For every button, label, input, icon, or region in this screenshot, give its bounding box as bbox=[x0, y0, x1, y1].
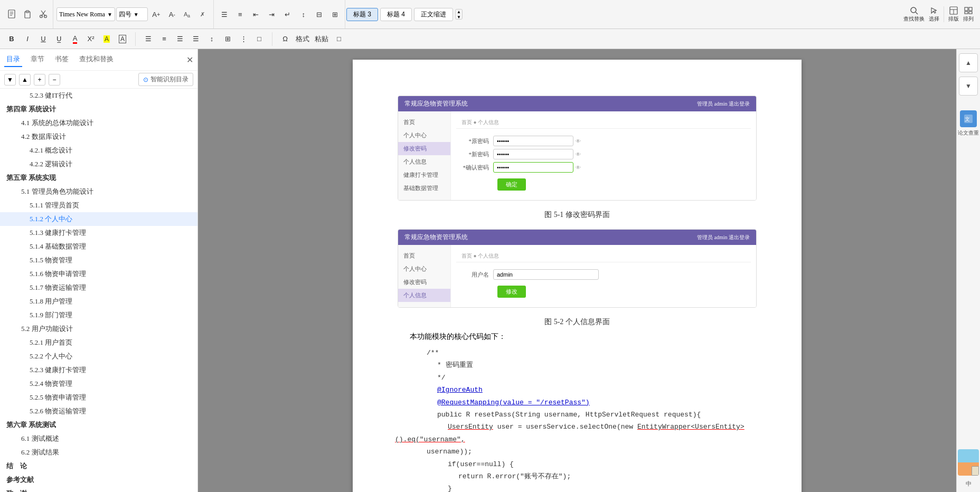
confirm-pass-eye[interactable]: 👁 bbox=[576, 165, 581, 171]
toc-item-28[interactable]: 参考文献 bbox=[0, 473, 197, 487]
toc-collapse-btn[interactable]: ▼ bbox=[4, 74, 16, 86]
toc-item-9[interactable]: 5.1.2 个人中心 bbox=[0, 212, 197, 226]
toc-item-10[interactable]: 5.1.3 健康打卡管理 bbox=[0, 226, 197, 240]
toc-item-6[interactable]: 第五章 系统实现 bbox=[0, 171, 197, 185]
spacing-btn[interactable]: ⊞ bbox=[220, 32, 235, 46]
font-change-btn[interactable]: Aa bbox=[181, 7, 195, 22]
superscript-btn[interactable]: X² bbox=[83, 32, 98, 46]
format-paint-btn[interactable]: 格式 bbox=[294, 32, 312, 46]
sys-sidebar-changepass[interactable]: 修改密码 bbox=[398, 142, 450, 155]
font-color-btn[interactable]: A bbox=[68, 32, 82, 46]
toc-remove-btn[interactable]: − bbox=[49, 74, 60, 86]
toc-item-27[interactable]: 结 论 bbox=[0, 459, 197, 473]
old-pass-input[interactable] bbox=[493, 136, 573, 146]
toc-up-btn[interactable]: ▲ bbox=[19, 74, 31, 86]
unordered-list-btn[interactable]: ☰ bbox=[217, 7, 232, 22]
lang-indicator[interactable]: 中 bbox=[966, 480, 972, 488]
toc-item-15[interactable]: 5.1.8 用户管理 bbox=[0, 295, 197, 308]
insert-special-btn[interactable]: Ω bbox=[278, 32, 293, 46]
toc-item-4[interactable]: 4.2.1 概念设计 bbox=[0, 144, 197, 157]
toc-item-22[interactable]: 5.2.5 物资申请管理 bbox=[0, 391, 197, 404]
align-center-btn[interactable]: ≡ bbox=[157, 32, 172, 46]
find-replace-btn[interactable]: 查找替换 bbox=[903, 6, 925, 23]
font-size-selector[interactable]: 四号 ▼ bbox=[116, 7, 148, 21]
submit-btn-1[interactable]: 确定 bbox=[497, 178, 526, 191]
highlight-btn[interactable]: A bbox=[99, 32, 114, 46]
tab-find[interactable]: 查找和替换 bbox=[77, 52, 116, 67]
sys2-sidebar-personal[interactable]: 个人中心 bbox=[398, 262, 450, 276]
italic-btn[interactable]: I bbox=[20, 32, 35, 46]
plagiarism-icon[interactable]: 文 bbox=[960, 110, 977, 127]
new-pass-input[interactable] bbox=[493, 149, 573, 159]
indent2-btn[interactable]: ↵ bbox=[280, 7, 295, 22]
align-justify-btn[interactable]: ☰ bbox=[189, 32, 203, 46]
style-scroll-down[interactable]: ▼ bbox=[456, 15, 462, 19]
toc-item-24[interactable]: 第六章 系统测试 bbox=[0, 418, 197, 432]
outdent-btn[interactable]: ⇤ bbox=[249, 7, 263, 22]
toc-item-20[interactable]: 5.2.3 健康打卡管理 bbox=[0, 363, 197, 377]
sys-sidebar-base[interactable]: 基础数据管理 bbox=[398, 182, 450, 195]
toc-item-19[interactable]: 5.2.2 个人中心 bbox=[0, 349, 197, 363]
font-increase-btn[interactable]: A+ bbox=[149, 7, 164, 22]
format2-btn[interactable]: □ bbox=[332, 32, 346, 46]
column-btn[interactable]: ⊟ bbox=[312, 7, 327, 22]
confirm-pass-input[interactable] bbox=[493, 162, 573, 173]
toc-item-0[interactable]: 5.2.3 健IT行代 bbox=[0, 89, 197, 102]
layout-btn[interactable]: 排版 bbox=[948, 6, 959, 23]
tab-toc[interactable]: 目录 bbox=[4, 52, 22, 67]
align-left-btn[interactable]: ☰ bbox=[141, 32, 156, 46]
toc-item-8[interactable]: 5.1.1 管理员首页 bbox=[0, 198, 197, 212]
font-name-selector[interactable]: Times New Roma ▼ bbox=[56, 7, 115, 21]
sidebar-close-btn[interactable]: ✕ bbox=[186, 55, 193, 65]
toc-item-3[interactable]: 4.2 数据库设计 bbox=[0, 130, 197, 144]
scroll-up-btn[interactable]: ▲ bbox=[959, 53, 978, 72]
style-btn-heading4[interactable]: 标题 4 bbox=[380, 8, 412, 21]
ordered-list-btn[interactable]: ≡ bbox=[233, 7, 248, 22]
toc-item-18[interactable]: 5.2.1 用户首页 bbox=[0, 336, 197, 349]
cut-btn[interactable] bbox=[36, 7, 51, 22]
toc-item-26[interactable]: 6.2 测试结果 bbox=[0, 446, 197, 459]
align-right-btn[interactable]: ☰ bbox=[173, 32, 187, 46]
strikethrough-btn[interactable]: U̲ bbox=[52, 32, 67, 46]
text-border-btn[interactable]: A bbox=[115, 32, 130, 46]
new-btn[interactable] bbox=[4, 7, 19, 22]
style-btn-heading3[interactable]: 标题 3 bbox=[346, 8, 378, 21]
select-btn[interactable]: 选择 bbox=[929, 6, 939, 23]
toc-item-5[interactable]: 4.2.2 逻辑设计 bbox=[0, 157, 197, 171]
sys-sidebar-health[interactable]: 健康打卡管理 bbox=[398, 168, 450, 182]
columns-btn[interactable]: ⋮ bbox=[236, 32, 251, 46]
tab-bookmark[interactable]: 书签 bbox=[53, 52, 71, 67]
arrange-btn[interactable]: 排列 bbox=[963, 6, 974, 23]
toc-item-2[interactable]: 4.1 系统的总体功能设计 bbox=[0, 116, 197, 130]
sys-sidebar-personal[interactable]: 个人中心 bbox=[398, 129, 450, 142]
clear-format-btn[interactable]: ✗ bbox=[196, 7, 211, 22]
toc-item-13[interactable]: 5.1.6 物资申请管理 bbox=[0, 267, 197, 281]
old-pass-eye[interactable]: 👁 bbox=[576, 138, 581, 144]
sort-btn[interactable]: ↕ bbox=[296, 7, 311, 22]
new-pass-eye[interactable]: 👁 bbox=[576, 152, 581, 157]
paste-btn[interactable] bbox=[20, 7, 35, 22]
toc-item-7[interactable]: 5.1 管理员角色功能设计 bbox=[0, 185, 197, 198]
toc-item-21[interactable]: 5.2.4 物资管理 bbox=[0, 377, 197, 391]
paste2-btn[interactable]: 粘贴 bbox=[313, 32, 331, 46]
toc-item-29[interactable]: 致 谢 bbox=[0, 487, 197, 492]
toc-item-16[interactable]: 5.1.9 部门管理 bbox=[0, 308, 197, 322]
sys-sidebar-home[interactable]: 首页 bbox=[398, 116, 450, 129]
bold-btn[interactable]: B bbox=[4, 32, 19, 46]
toc-item-23[interactable]: 5.2.6 物资运输管理 bbox=[0, 404, 197, 418]
toc-item-11[interactable]: 5.1.4 基础数据管理 bbox=[0, 240, 197, 253]
line-height-btn[interactable]: ↕ bbox=[204, 32, 219, 46]
border-box-btn[interactable]: □ bbox=[252, 32, 267, 46]
sys2-sidebar-changepass[interactable]: 修改密码 bbox=[398, 276, 450, 289]
misc-btn[interactable]: ⊞ bbox=[328, 7, 343, 22]
sys2-sidebar-profile[interactable]: 个人信息 bbox=[398, 289, 450, 302]
sys-sidebar-profile[interactable]: 个人信息 bbox=[398, 155, 450, 168]
submit-btn-2[interactable]: 修改 bbox=[497, 286, 526, 298]
font-decrease-btn[interactable]: A- bbox=[165, 7, 180, 22]
sys2-sidebar-home[interactable]: 首页 bbox=[398, 249, 450, 262]
toc-item-14[interactable]: 5.1.7 物资运输管理 bbox=[0, 281, 197, 295]
style-btn-body[interactable]: 正文缩进 bbox=[414, 8, 453, 21]
smart-toc-btn[interactable]: ⊙ 智能识别目录 bbox=[138, 73, 193, 86]
toc-item-25[interactable]: 6.1 测试概述 bbox=[0, 432, 197, 446]
tab-chapter[interactable]: 章节 bbox=[29, 52, 46, 67]
